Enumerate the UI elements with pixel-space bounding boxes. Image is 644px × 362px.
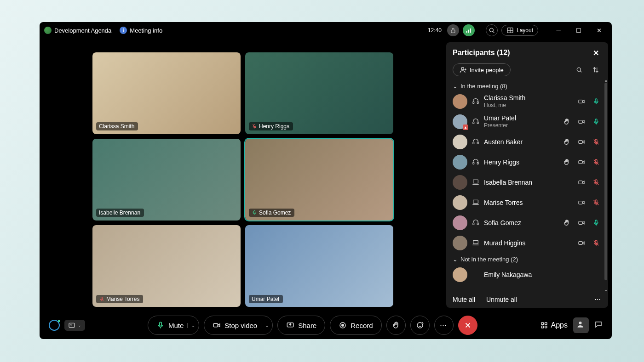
- search-icon[interactable]: [486, 24, 498, 36]
- participant-row[interactable]: Austen Baker: [446, 132, 608, 152]
- participants-more-icon[interactable]: ⋯: [594, 296, 602, 303]
- video-tile[interactable]: Marise Torres: [92, 225, 241, 307]
- chevron-down-icon: ⌄: [78, 323, 81, 328]
- mute-all-button[interactable]: Mute all: [453, 296, 475, 303]
- svg-point-46: [417, 322, 423, 328]
- presenter-badge-icon: ▲: [463, 124, 468, 130]
- layout-button[interactable]: Layout: [501, 25, 538, 36]
- section-out-label: Not in the meeting (2): [460, 256, 518, 263]
- participant-status-icons: [563, 179, 600, 186]
- headset-icon: [472, 118, 479, 126]
- section-in-meeting[interactable]: ⌄ In the meeting (8): [446, 80, 608, 91]
- section-not-in-meeting[interactable]: ⌄ Not in the meeting (2): [446, 253, 608, 265]
- captions-button[interactable]: ⌄: [64, 320, 85, 331]
- participant-row[interactable]: Emily Nakagawa: [446, 265, 608, 285]
- meeting-timer: 12:40: [428, 27, 442, 34]
- network-quality-icon[interactable]: [463, 24, 475, 36]
- svg-rect-17: [579, 120, 582, 124]
- svg-rect-28: [579, 181, 582, 184]
- tile-label: Henry Riggs: [249, 122, 293, 130]
- participant-row[interactable]: ▲ Umar Patel Presenter: [446, 112, 608, 132]
- window-minimize[interactable]: ─: [550, 24, 567, 37]
- avatar: [453, 267, 467, 282]
- record-button[interactable]: Record: [330, 316, 381, 335]
- participant-row[interactable]: Sofia Gomez: [446, 213, 608, 233]
- meeting-info-item[interactable]: i Meeting info: [120, 27, 162, 34]
- video-on-icon: [578, 158, 585, 166]
- svg-point-10: [577, 68, 581, 71]
- participants-title: Participants (12): [453, 49, 510, 57]
- avatar: [453, 215, 467, 230]
- svg-rect-12: [477, 102, 478, 103]
- window-close[interactable]: ✕: [591, 24, 607, 37]
- avatar: ▲: [453, 114, 467, 129]
- mic-muted-icon: [592, 158, 600, 166]
- tile-name: Isabelle Brennan: [99, 209, 140, 216]
- participants-toggle-button[interactable]: [573, 317, 589, 333]
- mic-live-icon: [592, 98, 600, 105]
- raise-hand-button[interactable]: [386, 316, 406, 335]
- participant-info: Emily Nakagawa: [484, 271, 600, 279]
- search-participants-icon[interactable]: [573, 64, 585, 76]
- stop-video-button[interactable]: Stop video ⌄: [204, 316, 273, 335]
- participant-row[interactable]: Henry Riggs: [446, 152, 608, 172]
- participant-name: Austen Baker: [484, 138, 558, 146]
- video-tile[interactable]: Henry Riggs: [245, 52, 393, 134]
- svg-rect-36: [595, 220, 597, 223]
- chevron-down-icon: ⌄: [453, 83, 458, 90]
- participant-row[interactable]: Clarissa Smith Host, me: [446, 91, 608, 112]
- reactions-button[interactable]: [410, 316, 430, 335]
- participant-row[interactable]: Marise Torres: [446, 192, 608, 213]
- mute-button[interactable]: Mute ⌄: [148, 316, 199, 335]
- svg-point-51: [579, 322, 582, 324]
- svg-point-45: [342, 324, 344, 327]
- scrollbar[interactable]: [604, 83, 607, 280]
- end-call-button[interactable]: [458, 316, 477, 335]
- video-tile[interactable]: Clarissa Smith: [92, 52, 241, 134]
- participant-row[interactable]: Isabella Brennan: [446, 172, 608, 192]
- window-maximize[interactable]: ☐: [570, 24, 587, 37]
- scroll-down-icon[interactable]: ▼: [604, 289, 608, 291]
- chat-button[interactable]: [594, 320, 603, 330]
- video-on-icon: [578, 239, 585, 247]
- participants-list[interactable]: ▲ ⌄ In the meeting (8) Clarissa Smith Ho…: [446, 80, 608, 291]
- headset-icon: [472, 219, 479, 227]
- sort-participants-icon[interactable]: [590, 64, 602, 76]
- chevron-down-icon[interactable]: ⌄: [261, 323, 269, 328]
- apps-button[interactable]: Apps: [540, 321, 568, 329]
- invite-label: Invite people: [470, 67, 504, 74]
- svg-rect-19: [473, 142, 474, 144]
- assistant-icon[interactable]: [49, 320, 60, 331]
- meeting-title: Development Agenda: [54, 27, 111, 34]
- participant-row[interactable]: Murad Higgins: [446, 233, 608, 253]
- svg-rect-49: [541, 326, 544, 328]
- raised-hand-icon: [563, 219, 570, 226]
- unmute-all-button[interactable]: Unmute all: [486, 296, 517, 303]
- video-tile[interactable]: Isabelle Brennan: [92, 139, 241, 221]
- participant-status-icons: [563, 158, 600, 166]
- close-panel-icon[interactable]: ✕: [590, 47, 602, 59]
- more-options-button[interactable]: ⋯: [434, 316, 454, 335]
- participant-role: Presenter: [484, 122, 558, 129]
- share-button[interactable]: Share: [277, 316, 325, 335]
- chevron-down-icon[interactable]: ⌄: [187, 323, 195, 328]
- invite-button[interactable]: Invite people: [453, 63, 511, 76]
- svg-rect-42: [214, 323, 218, 327]
- headset-icon: [472, 158, 479, 167]
- headset-icon: [472, 97, 479, 106]
- lock-icon[interactable]: [447, 24, 459, 36]
- video-tile[interactable]: Umar Patel: [245, 225, 393, 307]
- avatar: [453, 236, 467, 250]
- svg-rect-3: [470, 28, 471, 33]
- participants-footer: Mute all Unmute all ⋯: [446, 291, 608, 308]
- apps-label: Apps: [551, 321, 568, 329]
- meeting-title-item[interactable]: Development Agenda: [44, 27, 111, 34]
- participant-info: Henry Riggs: [484, 158, 558, 166]
- svg-rect-31: [579, 201, 582, 204]
- avatar: [453, 155, 467, 170]
- section-in-label: In the meeting (8): [460, 83, 507, 90]
- participant-name: Sofia Gomez: [484, 219, 558, 227]
- bottom-bar: ⌄ Mute ⌄ Stop video ⌄ Share Record: [40, 311, 612, 339]
- scroll-up-icon[interactable]: ▲: [604, 80, 608, 82]
- video-tile[interactable]: Sofia Gomez: [245, 139, 393, 221]
